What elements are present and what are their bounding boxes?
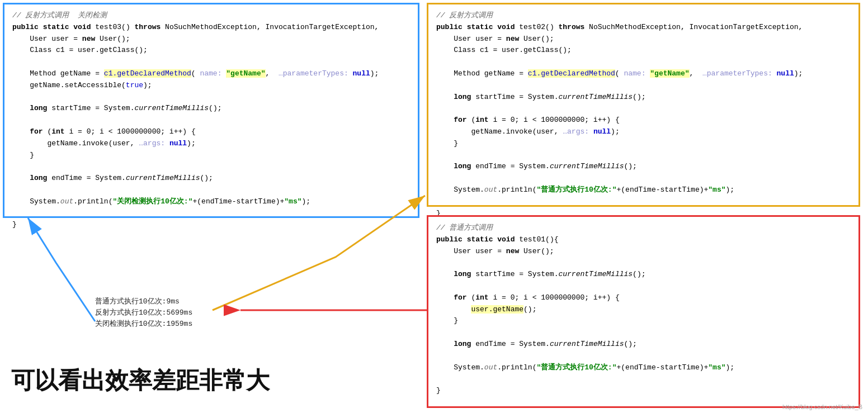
blue-code-box: // 反射方式调用 关闭检测 public static void test03… [3,3,419,218]
result-line-1: 普通方式执行10亿次:9ms [95,296,192,306]
result-line-2: 反射方式执行10亿次:5699ms [95,307,192,317]
blue-code-comment: // 反射方式调用 关闭检测 public static void test03… [12,10,410,231]
red-code-box: // 普通方式调用 public static void test01(){ U… [427,215,860,408]
watermark: https://blog.csdn.net/Kuibe_B [782,403,862,410]
results-area: 普通方式执行10亿次:9ms 反射方式执行10亿次:5699ms 关闭检测执行1… [95,296,192,330]
orange-code-box: // 反射方式调用 public static void test02() th… [427,3,860,207]
blue-arrow [28,218,95,321]
red-code-comment: // 普通方式调用 public static void test01(){ U… [436,222,851,397]
big-conclusion-text: 可以看出效率差距非常大 [11,365,270,396]
result-line-3: 关闭检测执行10亿次:1959ms [95,319,192,329]
orange-code-comment: // 反射方式调用 public static void test02() th… [436,10,851,219]
